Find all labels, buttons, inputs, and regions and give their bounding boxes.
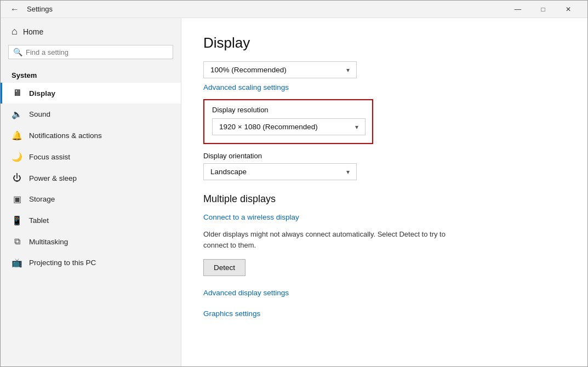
back-button[interactable]: ← xyxy=(7,2,22,17)
sidebar: ⌂ Home 🔍 System 🖥 Display 🔈 Sound 🔔 Noti xyxy=(1,18,181,366)
graphics-settings-link[interactable]: Graphics settings xyxy=(203,309,260,318)
orientation-dropdown[interactable]: Landscape ▾ xyxy=(203,163,357,180)
tablet-icon: 📱 xyxy=(12,215,22,226)
search-input[interactable] xyxy=(26,48,168,56)
resolution-dropdown-label: 1920 × 1080 (Recommended) xyxy=(219,123,318,131)
sidebar-item-display-label: Display xyxy=(29,89,55,98)
sidebar-item-sound[interactable]: 🔈 Sound xyxy=(1,104,181,125)
sidebar-item-projecting[interactable]: 📺 Projecting to this PC xyxy=(1,252,181,273)
advanced-display-link[interactable]: Advanced display settings xyxy=(203,289,289,297)
projecting-icon: 📺 xyxy=(12,257,22,268)
sidebar-item-tablet-label: Tablet xyxy=(29,216,49,225)
window-title: Settings xyxy=(27,5,53,13)
multiple-displays-title: Multiple displays xyxy=(203,193,566,205)
resolution-dropdown[interactable]: 1920 × 1080 (Recommended) ▾ xyxy=(212,118,366,135)
home-label: Home xyxy=(23,27,43,36)
scale-dropdown[interactable]: 100% (Recommended) ▾ xyxy=(203,61,357,78)
power-icon: ⏻ xyxy=(12,173,22,183)
display-icon: 🖥 xyxy=(12,88,22,98)
page-title: Display xyxy=(203,35,566,51)
detect-button[interactable]: Detect xyxy=(203,259,246,276)
orientation-dropdown-label: Landscape xyxy=(210,168,247,176)
settings-window: ← Settings — □ ✕ ⌂ Home 🔍 System xyxy=(0,0,588,367)
resolution-chevron-icon: ▾ xyxy=(355,123,358,131)
window-controls: — □ ✕ xyxy=(505,1,581,18)
close-button[interactable]: ✕ xyxy=(556,1,581,18)
focus-icon: 🌙 xyxy=(12,152,22,162)
orientation-dropdown-container: Landscape ▾ xyxy=(203,163,566,180)
notifications-icon: 🔔 xyxy=(12,130,22,141)
sidebar-item-home[interactable]: ⌂ Home xyxy=(1,18,181,45)
title-bar: ← Settings — □ ✕ xyxy=(1,1,587,18)
resolution-box: Display resolution 1920 × 1080 (Recommen… xyxy=(203,99,373,144)
main-panel-wrap: Display 100% (Recommended) ▾ Advanced sc… xyxy=(181,18,587,366)
maximize-button[interactable]: □ xyxy=(530,1,556,18)
sidebar-section-label: System xyxy=(1,67,181,83)
storage-icon: ▣ xyxy=(12,194,22,204)
sidebar-item-power[interactable]: ⏻ Power & sleep xyxy=(1,168,181,188)
sidebar-item-multitasking-label: Multitasking xyxy=(29,238,68,246)
scale-chevron-icon: ▾ xyxy=(346,66,350,74)
sidebar-item-projecting-label: Projecting to this PC xyxy=(29,259,96,267)
older-displays-desc: Older displays might not always connect … xyxy=(203,229,461,250)
home-icon: ⌂ xyxy=(12,26,18,37)
sidebar-item-notifications[interactable]: 🔔 Notifications & actions xyxy=(1,125,181,146)
sidebar-item-display[interactable]: 🖥 Display xyxy=(1,83,181,104)
connect-wireless-link[interactable]: Connect to a wireless display xyxy=(203,213,299,221)
search-box: 🔍 xyxy=(8,45,173,59)
resolution-label: Display resolution xyxy=(212,106,364,114)
minimize-button[interactable]: — xyxy=(505,1,530,18)
sound-icon: 🔈 xyxy=(12,109,22,119)
sidebar-item-notifications-label: Notifications & actions xyxy=(29,131,102,140)
sidebar-item-storage-label: Storage xyxy=(29,195,55,203)
sidebar-item-tablet[interactable]: 📱 Tablet xyxy=(1,210,181,231)
sidebar-item-sound-label: Sound xyxy=(29,110,50,118)
multitasking-icon: ⧉ xyxy=(12,237,22,246)
orientation-label: Display orientation xyxy=(203,152,566,160)
search-icon: 🔍 xyxy=(13,48,22,56)
scale-dropdown-label: 100% (Recommended) xyxy=(210,66,287,74)
sidebar-item-multitasking[interactable]: ⧉ Multitasking xyxy=(1,231,181,252)
orientation-chevron-icon: ▾ xyxy=(346,168,350,176)
scale-dropdown-container: 100% (Recommended) ▾ xyxy=(203,61,566,78)
main-panel: Display 100% (Recommended) ▾ Advanced sc… xyxy=(181,18,587,366)
sidebar-item-power-label: Power & sleep xyxy=(29,174,77,182)
advanced-scaling-link[interactable]: Advanced scaling settings xyxy=(203,83,289,91)
sidebar-item-focus[interactable]: 🌙 Focus assist xyxy=(1,146,181,168)
sidebar-item-storage[interactable]: ▣ Storage xyxy=(1,188,181,210)
content-area: ⌂ Home 🔍 System 🖥 Display 🔈 Sound 🔔 Noti xyxy=(1,18,587,366)
sidebar-item-focus-label: Focus assist xyxy=(29,153,70,161)
